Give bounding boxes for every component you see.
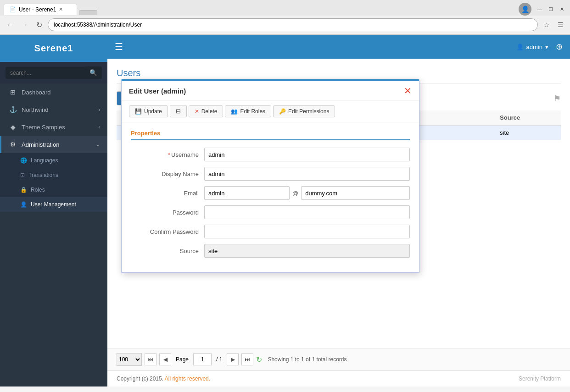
edit-roles-button[interactable]: 👥 Edit Roles (225, 105, 271, 117)
reload-btn[interactable]: ↻ (33, 19, 45, 31)
diamond-icon: ◆ (9, 123, 17, 131)
edit-permissions-label: Edit Permissions (288, 108, 329, 115)
col-source-label: Source (500, 114, 520, 121)
hamburger-btn[interactable]: ☰ (115, 41, 123, 52)
prev-page-btn[interactable]: ◀ (159, 353, 171, 365)
gear-icon: ⚙ (9, 141, 17, 148)
delete-icon: ✕ (195, 108, 199, 115)
browser-tab-active[interactable]: 📄 User - Serene1 ✕ (4, 4, 77, 15)
display-name-input[interactable] (204, 167, 410, 181)
browser-titlebar: 📄 User - Serene1 ✕ 👤 — ☐ ✕ (0, 0, 570, 16)
sidebar-item-label: Northwind (22, 106, 94, 113)
dashboard-icon: ⊞ (9, 88, 17, 96)
update-button[interactable]: 💾 Update (129, 105, 168, 117)
email-domain-input[interactable] (301, 186, 410, 200)
sidebar-sub-item-label: Roles (31, 187, 45, 193)
page-number-input[interactable] (193, 353, 212, 365)
modal-body: Properties Username Display Name (122, 122, 419, 272)
modal-toolbar: 💾 Update ⊟ ✕ Delete 👥 Edit Roles (122, 100, 419, 122)
sidebar-search-btn[interactable]: 🔍 (85, 66, 102, 79)
sidebar: Serene1 🔍 ⊞ Dashboard ⚓ Northwind ‹ ◆ Th… (0, 35, 107, 386)
chevron-right-icon: ‹ (99, 125, 100, 130)
top-bar: ☰ 👤 admin ▾ ⊕ (107, 35, 570, 59)
grid-pager: 100 10 25 50 ⏮ ◀ Page / 1 ▶ ⏭ ↻ Showing … (107, 348, 570, 370)
email-row: Email @ (131, 186, 410, 200)
administration-submenu: 🌐 Languages ⊡ Translations 🔒 Roles 👤 Use… (0, 153, 107, 212)
username-row: Username (131, 148, 410, 161)
anchor-icon: ⚓ (9, 106, 17, 113)
update-label: Update (144, 108, 162, 115)
password-input[interactable] (204, 205, 410, 219)
email-local-input[interactable] (204, 186, 290, 200)
sidebar-nav: ⊞ Dashboard ⚓ Northwind ‹ ◆ Theme Sample… (0, 83, 107, 386)
modal-title: Edit User (admin) (129, 87, 186, 95)
page-size-select[interactable]: 100 10 25 50 (117, 353, 142, 366)
browser-window-controls: — ☐ ✕ (535, 5, 566, 14)
sidebar-search-container: 🔍 (0, 62, 107, 83)
username-label: Username (131, 151, 204, 158)
tab-title: User - Serene1 (19, 6, 56, 13)
forward-btn[interactable]: → (18, 19, 30, 31)
sidebar-item-translations[interactable]: ⊡ Translations (0, 168, 107, 182)
browser-toolbar-icons: ☆ ☰ (541, 19, 566, 31)
sidebar-item-administration[interactable]: ⚙ Administration ⌄ (0, 136, 107, 153)
user-icon-symbol: 👤 (521, 6, 529, 13)
share-icon[interactable]: ⊕ (556, 42, 563, 52)
admin-user-btn[interactable]: 👤 admin ▾ (516, 44, 548, 50)
first-page-btn[interactable]: ⏮ (145, 353, 156, 365)
cell-source: site (495, 125, 561, 140)
password-label: Password (131, 209, 204, 216)
modal-close-btn[interactable]: ✕ (404, 86, 412, 95)
restore-btn[interactable]: ☐ (546, 5, 555, 14)
email-label: Email (131, 190, 204, 197)
rights-text: All rights reserved. (165, 375, 210, 382)
edit-permissions-button[interactable]: 🔑 Edit Permissions (273, 105, 335, 117)
chevron-right-icon: ‹ (99, 107, 100, 112)
top-bar-right: 👤 admin ▾ ⊕ (516, 42, 563, 52)
sidebar-item-languages[interactable]: 🌐 Languages (0, 153, 107, 168)
main-content: Users 🔍 ⊕ New User ↻ Ref (107, 59, 570, 386)
admin-label: admin (526, 44, 542, 50)
pager-refresh-btn[interactable]: ↻ (256, 355, 262, 364)
next-page-btn[interactable]: ▶ (227, 353, 239, 365)
sidebar-sub-item-label: Translations (28, 172, 58, 178)
sidebar-item-theme-samples[interactable]: ◆ Theme Samples ‹ (0, 118, 107, 136)
address-bar[interactable] (48, 18, 538, 31)
close-btn[interactable]: ✕ (557, 5, 566, 14)
lock-icon: 🔒 (20, 187, 27, 193)
sidebar-item-northwind[interactable]: ⚓ Northwind ‹ (0, 101, 107, 118)
save-small-button[interactable]: ⊟ (170, 105, 187, 117)
section-title: Properties (131, 130, 410, 140)
sidebar-brand: Serene1 (0, 35, 107, 62)
edit-roles-label: Edit Roles (240, 108, 265, 115)
browser-chrome: 📄 User - Serene1 ✕ 👤 — ☐ ✕ ← → ↻ ☆ ☰ (0, 0, 570, 35)
back-btn[interactable]: ← (4, 19, 16, 31)
sidebar-search-input[interactable] (6, 67, 85, 79)
sidebar-sub-item-label: User Management (31, 201, 76, 208)
filter-icon[interactable]: ⚑ (553, 94, 561, 104)
sidebar-item-dashboard[interactable]: ⊞ Dashboard (0, 83, 107, 101)
menu-btn[interactable]: ☰ (554, 19, 566, 31)
minimize-btn[interactable]: — (535, 5, 544, 14)
browser-tab-new[interactable] (79, 10, 97, 15)
display-name-label: Display Name (131, 171, 204, 177)
sidebar-item-user-management[interactable]: 👤 User Management (0, 197, 107, 212)
source-input (204, 244, 410, 258)
confirm-password-input[interactable] (204, 225, 410, 238)
edit-user-modal: Edit User (admin) ✕ 💾 Update ⊟ ✕ (121, 79, 419, 273)
last-page-btn[interactable]: ⏭ (241, 353, 253, 365)
save-small-icon: ⊟ (176, 108, 181, 115)
of-pages-label: / 1 (214, 356, 224, 363)
source-label: Source (131, 248, 204, 254)
email-fields: @ (204, 186, 410, 200)
roles-icon: 👥 (231, 108, 238, 115)
footer-copyright: Copyright (c) 2015. All rights reserved. (117, 375, 210, 382)
bookmark-btn[interactable]: ☆ (541, 19, 553, 31)
sidebar-item-roles[interactable]: 🔒 Roles (0, 182, 107, 197)
tab-close-btn[interactable]: ✕ (59, 6, 63, 12)
globe-icon: 🌐 (20, 157, 27, 164)
display-name-row: Display Name (131, 167, 410, 181)
username-input[interactable] (204, 148, 410, 161)
delete-button[interactable]: ✕ Delete (189, 105, 224, 117)
col-source[interactable]: Source (495, 110, 561, 125)
